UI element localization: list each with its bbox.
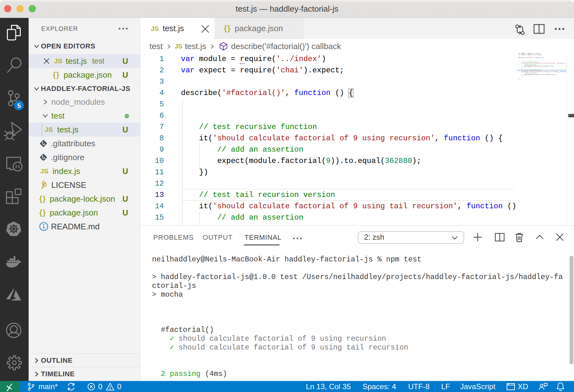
svg-text:5: 5 — [17, 102, 21, 109]
